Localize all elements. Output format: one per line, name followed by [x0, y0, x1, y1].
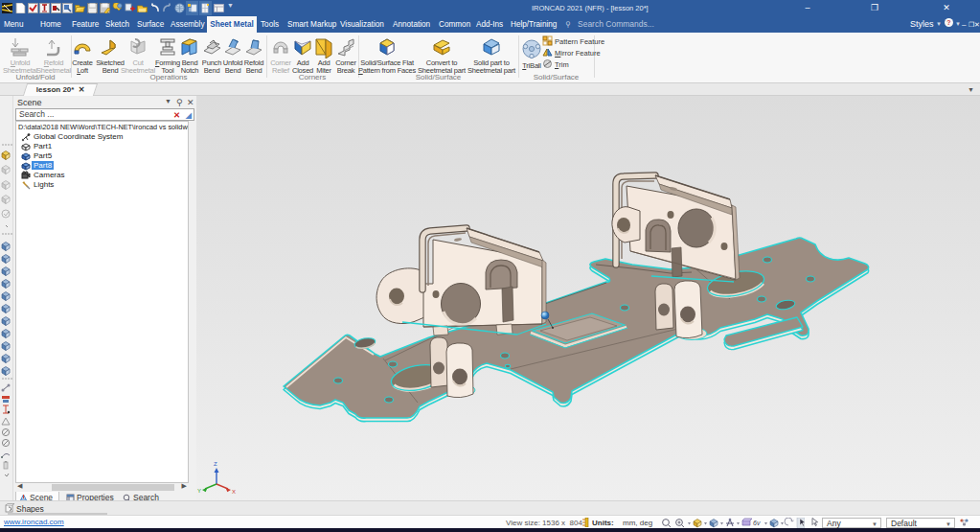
svg-text:Y: Y	[197, 488, 201, 494]
svg-text:6v: 6v	[753, 520, 761, 526]
svg-text:Z: Z	[214, 461, 217, 467]
svg-text:X: X	[232, 489, 236, 495]
